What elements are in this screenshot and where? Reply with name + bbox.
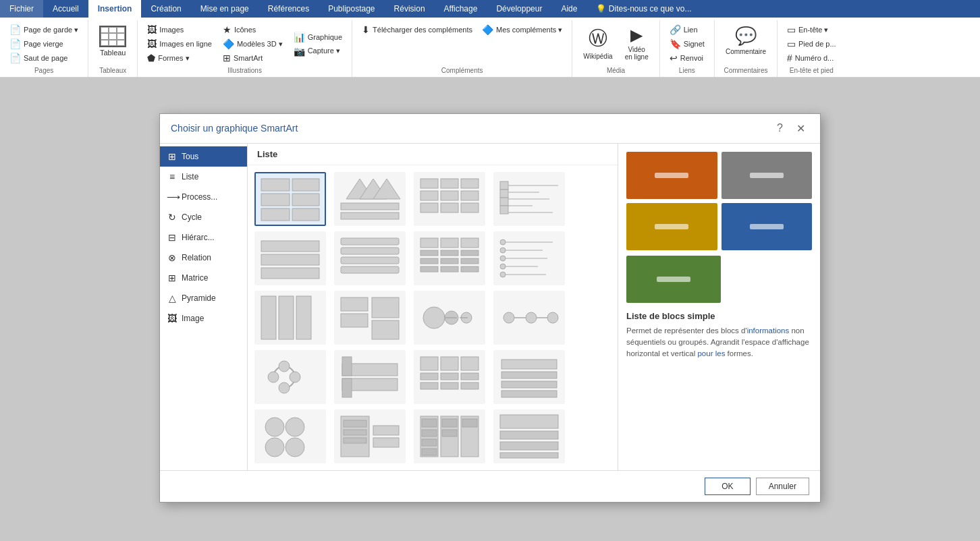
- sidebar-item-matrice[interactable]: ⊞ Matrice: [160, 268, 247, 288]
- dialog-close-button[interactable]: ✕: [792, 121, 809, 136]
- sidebar-item-tous[interactable]: ⊞ Tous: [160, 146, 247, 167]
- smartart-item-19[interactable]: [414, 409, 485, 463]
- grid-header: Liste: [248, 144, 618, 165]
- graphique-button[interactable]: 📊 Graphique: [290, 30, 346, 44]
- signet-button[interactable]: 🔖 Signet: [665, 37, 709, 51]
- smartart-item-12[interactable]: [493, 291, 565, 345]
- dialog-footer: OK Annuler: [160, 470, 820, 502]
- sidebar-item-hierarchie[interactable]: ⊟ Hiérarc...: [160, 227, 247, 248]
- tab-mise-en-page[interactable]: Mise en page: [191, 0, 258, 18]
- telecharger-complements-button[interactable]: ⬇ Télécharger des compléments: [358, 23, 477, 36]
- sidebar-item-processus[interactable]: ⟶ Process...: [160, 187, 247, 207]
- sidebar-item-pyramide[interactable]: △ Pyramide: [160, 288, 247, 308]
- tab-references[interactable]: Références: [258, 0, 319, 18]
- smartart-item-5[interactable]: [254, 231, 326, 285]
- tab-accueil[interactable]: Accueil: [43, 0, 88, 18]
- smartart-grid-scroll[interactable]: [248, 165, 618, 470]
- svg-rect-45: [420, 266, 438, 272]
- commentaire-button[interactable]: 💬 Commentaire: [720, 23, 771, 58]
- tab-help-search[interactable]: 💡 Dites-nous ce que vo...: [587, 0, 701, 18]
- smartart-item-8[interactable]: [493, 231, 565, 285]
- swatch-orange[interactable]: [626, 152, 717, 199]
- svg-rect-91: [461, 382, 479, 389]
- processus-icon: ⟶: [167, 192, 178, 202]
- ribbon-commands: 📄 Page de garde ▾ 📄 Page vierge 📄 Saut d…: [0, 18, 980, 77]
- desc-highlight-2: pour les: [697, 349, 725, 358]
- cancel-button[interactable]: Annuler: [756, 478, 809, 495]
- smartart-item-7[interactable]: [414, 231, 485, 285]
- sidebar-item-relation[interactable]: ⊗ Relation: [160, 248, 247, 268]
- dialog-help-button[interactable]: ?: [773, 121, 787, 136]
- icones-button[interactable]: ★ Icônes: [219, 23, 287, 36]
- smartart-item-6[interactable]: [334, 231, 406, 285]
- sidebar-item-cycle[interactable]: ↻ Cycle: [160, 207, 247, 227]
- smartart-item-10[interactable]: [334, 291, 406, 345]
- smartart-button[interactable]: ⊞ SmartArt: [219, 51, 287, 65]
- lien-button[interactable]: 🔗 Lien: [665, 23, 709, 36]
- smartart-item-20[interactable]: [493, 409, 565, 463]
- smartart-item-11[interactable]: [414, 291, 485, 345]
- smartart-item-18[interactable]: [334, 409, 406, 463]
- capture-button[interactable]: 📷 Capture ▾: [290, 45, 346, 58]
- smartart-svg-12: [499, 295, 560, 341]
- smartart-item-17[interactable]: [254, 409, 326, 463]
- smartart-item-16[interactable]: [493, 350, 565, 404]
- smartart-svg-1: [260, 176, 321, 222]
- tab-publipostage[interactable]: Publipostage: [319, 0, 384, 18]
- tab-aide[interactable]: Aide: [551, 0, 587, 18]
- tab-affichage[interactable]: Affichage: [435, 0, 487, 18]
- svg-rect-95: [501, 391, 557, 397]
- svg-rect-105: [373, 438, 399, 447]
- smartart-item-14[interactable]: [334, 350, 406, 404]
- sidebar-item-image[interactable]: 🖼 Image: [160, 308, 247, 329]
- smartart-svg-10: [339, 295, 400, 341]
- images-en-ligne-button[interactable]: 🖼 Images en ligne: [143, 37, 216, 51]
- smartart-item-2[interactable]: [334, 172, 406, 226]
- icones-icon: ★: [223, 24, 232, 35]
- swatch-green[interactable]: [626, 256, 721, 303]
- svg-rect-84: [420, 373, 438, 380]
- video-en-ligne-button[interactable]: ▶ Vidéoen ligne: [620, 23, 654, 63]
- tab-fichier[interactable]: Fichier: [0, 0, 43, 18]
- smartart-item-9[interactable]: [254, 291, 326, 345]
- pied-page-button[interactable]: ▭ Pied de p...: [783, 37, 840, 51]
- modeles-3d-button[interactable]: 🔷 Modèles 3D ▾: [219, 37, 287, 51]
- commentaire-icon: 💬: [735, 26, 757, 47]
- saut-page-button[interactable]: 📄 Saut de page: [5, 51, 82, 65]
- formes-button[interactable]: ⬟ Formes ▾: [143, 51, 216, 65]
- tab-developpeur[interactable]: Développeur: [487, 0, 551, 18]
- smartart-item-1[interactable]: [254, 172, 326, 226]
- svg-point-97: [285, 418, 304, 436]
- svg-rect-88: [441, 382, 458, 389]
- svg-rect-115: [462, 419, 477, 427]
- page-vierge-button[interactable]: 📄 Page vierge: [5, 37, 82, 51]
- swatch-blue[interactable]: [722, 203, 813, 250]
- entete-button[interactable]: ▭ En-tête ▾: [783, 23, 840, 36]
- smartart-item-13[interactable]: [254, 350, 326, 404]
- smartart-svg-7: [419, 235, 480, 281]
- smartart-item-15[interactable]: [414, 350, 485, 404]
- page-garde-button[interactable]: 📄 Page de garde ▾: [5, 23, 82, 36]
- tab-revision[interactable]: Révision: [385, 0, 435, 18]
- swatch-gray[interactable]: [722, 152, 813, 199]
- smartart-item-4[interactable]: [493, 172, 565, 226]
- preview-title: Liste de blocs simple: [626, 311, 812, 321]
- dialog-title: Choisir un graphique SmartArt: [171, 123, 298, 134]
- tab-creation[interactable]: Création: [141, 0, 190, 18]
- ok-button[interactable]: OK: [705, 478, 750, 495]
- tableau-button[interactable]: Tableau: [94, 23, 132, 59]
- smartart-svg-4: [499, 176, 560, 222]
- smartart-svg-17: [260, 414, 321, 459]
- sidebar-item-liste[interactable]: ≡ Liste: [160, 167, 247, 187]
- mes-complements-button[interactable]: 🔷 Mes compléments ▾: [478, 23, 566, 36]
- tab-insertion[interactable]: Insertion: [88, 0, 142, 18]
- swatch-yellow[interactable]: [626, 203, 717, 250]
- wikipedia-button[interactable]: Ⓦ Wikipédia: [578, 23, 618, 63]
- modeles-3d-icon: 🔷: [223, 38, 234, 49]
- smartart-item-3[interactable]: [414, 172, 485, 226]
- renvoi-button[interactable]: ↩ Renvoi: [665, 51, 709, 65]
- svg-rect-39: [420, 250, 438, 256]
- numero-button[interactable]: # Numéro d...: [783, 51, 840, 65]
- images-button[interactable]: 🖼 Images: [143, 23, 216, 36]
- svg-rect-110: [422, 449, 437, 455]
